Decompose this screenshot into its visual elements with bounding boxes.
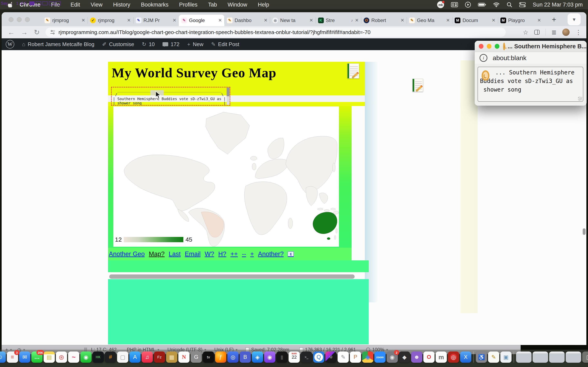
browser-tab[interactable]: ✎ Geo Ma ✕ (407, 15, 452, 26)
dock-app-icon[interactable]: ◆ (399, 351, 410, 363)
popup-minimize-button[interactable] (487, 44, 492, 49)
dock-app-icon[interactable] (566, 351, 581, 363)
popup-url-text[interactable]: about:blank (493, 54, 526, 62)
reload-button[interactable]: ↻ (34, 28, 40, 36)
tab-close-icon[interactable]: ✕ (81, 18, 85, 23)
adminbar-edit-post[interactable]: ✎ Edit Post (211, 41, 239, 48)
dock-app-icon[interactable]: O (424, 351, 435, 363)
menu-item[interactable]: Profiles (174, 2, 203, 8)
browser-tab[interactable]: M Docum ✕ (452, 15, 498, 26)
tab-close-icon[interactable]: ✕ (309, 18, 313, 23)
dock-app-icon[interactable]: Q (313, 351, 324, 363)
kebab-menu-icon[interactable]: ⋮ (575, 29, 581, 36)
menu-item[interactable]: Help (252, 2, 275, 8)
info-icon[interactable]: i (480, 54, 487, 62)
dock-app-icon[interactable]: A (130, 351, 141, 363)
dock-app-icon[interactable]: ♫ (142, 351, 153, 363)
dock-app-icon[interactable]: ⊛ (56, 351, 67, 363)
tab-close-icon[interactable]: ✕ (127, 18, 131, 23)
dock-app-icon[interactable] (474, 351, 474, 363)
dock-app-icon[interactable]: ◉ (362, 351, 373, 363)
dock-app-icon[interactable]: m (436, 351, 447, 363)
dock-app-icon[interactable]: ♿ (476, 351, 487, 363)
menubar-clock[interactable]: Sun 22 Mar 7:03 pm (533, 2, 583, 8)
tab-close-icon[interactable]: ✕ (355, 18, 359, 23)
menu-item[interactable]: View (85, 2, 108, 8)
spotlight-icon[interactable] (507, 2, 512, 8)
popup-address-row[interactable]: i about:blank (475, 52, 587, 64)
dock-app-icon[interactable]: zoom (374, 351, 386, 363)
dock-app-icon[interactable]: IJ (325, 351, 337, 363)
page-link[interactable]: W? (205, 250, 214, 258)
dock-app-icon[interactable]: ✉ (19, 351, 30, 363)
dock-app-icon[interactable]: ✎ (338, 351, 349, 363)
dock-app-icon[interactable]: ƒ (215, 351, 226, 363)
wordpress-logo[interactable]: W (6, 40, 14, 49)
dock-app-icon[interactable]: X (460, 351, 471, 363)
tab-close-icon[interactable]: ✕ (218, 18, 222, 23)
dock-app-icon[interactable]: ✎ (488, 351, 499, 363)
horizontal-scrollbar-thumb[interactable] (109, 275, 355, 279)
dock-app-icon[interactable]: ~ (68, 351, 79, 363)
adminbar-new[interactable]: + New (187, 41, 203, 48)
dock-app-icon[interactable]: … 206 (31, 351, 43, 363)
menu-item[interactable]: Bookmarks (136, 2, 174, 8)
dock-app-icon[interactable]: ◈ (252, 351, 263, 363)
tab-close-icon[interactable]: ✕ (401, 18, 404, 23)
dock-app-icon[interactable]: B (240, 351, 251, 363)
page-link[interactable]: ++ (231, 250, 238, 258)
dock-app-icon[interactable]: G (191, 351, 202, 363)
dock-app-icon[interactable]: ▦ (166, 351, 177, 363)
geo-map[interactable]: 12 45 (113, 106, 339, 247)
dock-app-icon[interactable]: N (178, 351, 190, 363)
browser-tab[interactable]: M Playgro ✕ (498, 15, 544, 26)
dock-app-icon[interactable] (514, 351, 514, 363)
popup-zoom-button[interactable] (495, 44, 499, 49)
dock-app-icon[interactable]: ▢ (117, 351, 129, 363)
vertical-scrollbar-thumb[interactable] (583, 228, 586, 235)
dock-app-icon[interactable]: ◎ (448, 351, 459, 363)
tab-close-icon[interactable]: ✕ (264, 18, 268, 23)
textarea-scrollbar[interactable] (227, 88, 229, 105)
page-link[interactable]: Last (169, 250, 181, 258)
dock-app-icon[interactable]: ▮ (277, 351, 288, 363)
keyboard-icon[interactable] (451, 2, 458, 7)
page-link[interactable]: H? (218, 250, 226, 258)
dock-app-icon[interactable]: ◉ (264, 351, 276, 363)
browser-tab[interactable]: ✎ Dashbo ✕ (224, 15, 270, 26)
page-link[interactable]: + (250, 250, 254, 258)
browser-tab[interactable]: ✓ rjmprog ✕ (87, 15, 133, 26)
address-bar[interactable]: rjmprogramming.com.au/ITblog/google-char… (45, 27, 506, 37)
dock-app-icon[interactable]: ☺ (0, 351, 6, 363)
browser-tab[interactable]: ✎ Google ✕ (179, 15, 224, 26)
back-button[interactable]: ← (8, 28, 15, 36)
forward-button[interactable]: → (21, 28, 28, 36)
browser-tab[interactable]: ✎ rjmprog ✕ (42, 15, 87, 26)
url-text[interactable]: rjmprogramming.com.au/ITblog/google-char… (59, 29, 371, 35)
close-window-button[interactable] (9, 17, 13, 22)
browser-tab[interactable]: O Robert ✕ (361, 15, 407, 26)
textarea-scrollbar-thumb[interactable] (227, 88, 229, 96)
dock-app-icon[interactable]: >_ (301, 351, 312, 363)
minimize-window-button[interactable] (17, 17, 22, 22)
dock-app-icon[interactable]: ≡ 3 (7, 351, 18, 363)
play-icon[interactable] (465, 2, 471, 8)
dock-app-icon[interactable]: P (350, 351, 361, 363)
dock-app-icon[interactable]: ▤ (44, 351, 55, 363)
browser-tab[interactable]: ◉ New ta ✕ (270, 15, 315, 26)
adminbar-comments[interactable]: 172 (163, 41, 180, 48)
adminbar-site-name[interactable]: ⌂ Robert James Metcalfe Blog (22, 41, 94, 48)
battery-icon[interactable] (478, 2, 486, 7)
menu-item[interactable]: Window (222, 2, 252, 8)
control-center-icon[interactable] (519, 2, 526, 7)
dock-app-icon[interactable]: Fz (154, 351, 165, 363)
dock-app-icon[interactable]: # (105, 351, 116, 363)
tab-close-icon[interactable]: ✕ (173, 18, 176, 23)
page-link[interactable]: Another Geo (109, 250, 145, 258)
textarea-resize-handle[interactable] (578, 97, 582, 101)
dock-app-icon[interactable]: ☻ (411, 351, 423, 363)
dock-app-icon[interactable]: ◉ (80, 351, 92, 363)
zoom-window-button[interactable] (25, 17, 30, 22)
popup-titlebar[interactable]: ... Southern Hemisphere B... (475, 41, 587, 52)
page-link[interactable]: Map? (149, 250, 165, 258)
